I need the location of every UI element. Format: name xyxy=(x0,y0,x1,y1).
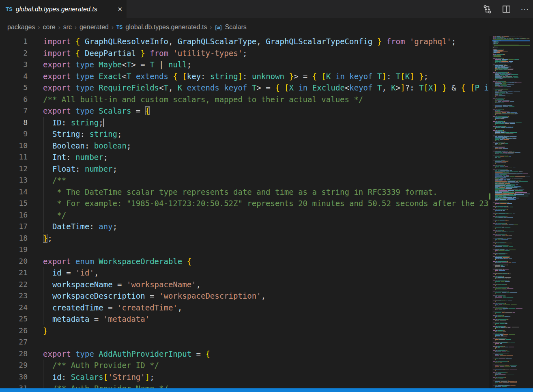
minimap-change-marker xyxy=(489,193,490,200)
code-text: ID: string; xyxy=(43,117,104,129)
line-number: 25 xyxy=(0,313,28,325)
line-number: 18 xyxy=(0,233,28,244)
code-text: } xyxy=(43,325,47,337)
code-line[interactable]: 13 /** xyxy=(0,174,491,186)
line-number: 4 xyxy=(0,71,28,82)
symbol-variable-icon xyxy=(215,24,222,32)
line-number: 11 xyxy=(0,151,28,163)
code-line[interactable]: 5export type RequireFields<T, K extends … xyxy=(0,82,491,94)
line-number: 24 xyxy=(0,302,28,314)
tab-title: global.db.types.generated.ts xyxy=(16,6,114,13)
code-text: id: Scalars['String']; xyxy=(43,371,155,383)
line-number: 10 xyxy=(0,140,28,152)
line-number: 28 xyxy=(0,348,28,360)
code-line[interactable]: 11 Int: number; xyxy=(0,151,491,163)
code-text: workspaceName = 'workspaceName', xyxy=(43,279,201,291)
code-text: /** All built-in and custom scalars, map… xyxy=(43,94,363,106)
code-text: export type Scalars = { xyxy=(43,105,150,117)
chevron-right-icon: › xyxy=(112,24,114,30)
breadcrumb-symbol-scalars[interactable]: Scalars xyxy=(225,24,246,31)
minimap[interactable] xyxy=(492,36,530,388)
code-text: export type Exact<T extends { [key: stri… xyxy=(43,71,428,82)
line-number: 22 xyxy=(0,279,28,291)
line-number: 26 xyxy=(0,325,28,337)
code-text: createdTime = 'createdTime', xyxy=(43,302,182,314)
line-number: 15 xyxy=(0,198,28,209)
code-text: * The DateTime scalar type represents da… xyxy=(43,186,437,198)
code-text: String: string; xyxy=(43,128,122,140)
code-line[interactable]: 21 id = 'id', xyxy=(0,267,491,279)
status-bar[interactable] xyxy=(0,388,533,392)
code-line[interactable]: 31 /** Auth Provider Name */ xyxy=(0,383,491,389)
line-number: 16 xyxy=(0,209,28,221)
code-text: import { DeepPartial } from 'utility-typ… xyxy=(43,47,247,59)
line-number: 17 xyxy=(0,221,28,233)
code-line[interactable]: 6/** All built-in and custom scalars, ma… xyxy=(0,94,491,106)
breadcrumb-file[interactable]: global.db.types.generated.ts xyxy=(125,24,207,31)
code-line[interactable]: 25 metadata = 'metadata' xyxy=(0,313,491,325)
code-line[interactable]: 30 id: Scalars['String']; xyxy=(0,371,491,383)
code-line[interactable]: 15 * For example: "1985-04-12T23:20:50.5… xyxy=(0,198,491,209)
code-line[interactable]: 19 xyxy=(0,244,491,256)
code-line[interactable]: 24 createdTime = 'createdTime', xyxy=(0,302,491,314)
code-text: import { GraphQLResolveInfo, GraphQLScal… xyxy=(43,36,456,47)
line-number: 14 xyxy=(0,186,28,198)
tab-bar: TS global.db.types.generated.ts ✕ xyxy=(0,0,533,18)
code-line[interactable]: 18}; xyxy=(0,233,491,244)
breadcrumb-folder-packages[interactable]: packages xyxy=(7,24,35,31)
more-actions-icon[interactable]: ⋯ xyxy=(520,4,530,14)
code-text: /** xyxy=(43,174,66,186)
code-line[interactable]: 29 /** Auth Provider ID */ xyxy=(0,360,491,371)
close-tab-icon[interactable]: ✕ xyxy=(117,6,123,13)
code-line[interactable]: 10 Boolean: boolean; xyxy=(0,140,491,152)
code-line[interactable]: 22 workspaceName = 'workspaceName', xyxy=(0,279,491,291)
code-line[interactable]: 14 * The DateTime scalar type represents… xyxy=(0,186,491,198)
line-number: 2 xyxy=(0,47,28,59)
code-line[interactable]: 20export enum WorkspaceOrderable { xyxy=(0,256,491,267)
code-line[interactable]: 16 */ xyxy=(0,209,491,221)
code-line[interactable]: 7export type Scalars = { xyxy=(0,105,491,117)
line-number: 12 xyxy=(0,163,28,175)
editor-tab[interactable]: TS global.db.types.generated.ts ✕ xyxy=(0,0,127,18)
code-line[interactable]: 3export type Maybe<T> = T | null; xyxy=(0,59,491,71)
code-editor[interactable]: 1import { GraphQLResolveInfo, GraphQLSca… xyxy=(0,36,491,389)
code-text: export type RequireFields<T, K extends k… xyxy=(43,82,491,94)
code-text: Int: number; xyxy=(43,151,108,163)
line-number: 9 xyxy=(0,128,28,140)
vscode-window: TS global.db.types.generated.ts ✕ xyxy=(0,0,533,392)
code-line[interactable]: 28export type AddAuthProviderInput = { xyxy=(0,348,491,360)
breadcrumb: packages › core › src › generated › TS g… xyxy=(0,18,533,36)
code-line[interactable]: 17 DateTime: any; xyxy=(0,221,491,233)
line-number: 27 xyxy=(0,336,28,348)
code-line[interactable]: 1import { GraphQLResolveInfo, GraphQLSca… xyxy=(0,36,491,47)
line-number: 23 xyxy=(0,290,28,302)
code-line[interactable]: 12 Float: number; xyxy=(0,163,491,175)
code-line[interactable]: 23 workspaceDescription = 'workspaceDesc… xyxy=(0,290,491,302)
split-editor-icon[interactable] xyxy=(501,4,511,14)
code-text: export type AddAuthProviderInput = { xyxy=(43,348,210,360)
typescript-file-icon: TS xyxy=(116,24,123,30)
line-number: 7 xyxy=(0,105,28,117)
breadcrumb-folder-core[interactable]: core xyxy=(43,24,56,31)
code-text: export type Maybe<T> = T | null; xyxy=(43,59,191,71)
code-line[interactable]: 2import { DeepPartial } from 'utility-ty… xyxy=(0,47,491,59)
code-line[interactable]: 8 ID: string; xyxy=(0,117,491,129)
line-number: 3 xyxy=(0,59,28,71)
code-line[interactable]: 27 xyxy=(0,336,491,348)
breadcrumb-folder-src[interactable]: src xyxy=(63,24,72,31)
line-number: 6 xyxy=(0,94,28,106)
code-text: /** Auth Provider Name */ xyxy=(43,383,168,389)
code-line[interactable]: 4export type Exact<T extends { [key: str… xyxy=(0,71,491,82)
editor-actions: ⋯ xyxy=(483,0,530,18)
code-line[interactable]: 26} xyxy=(0,325,491,337)
chevron-right-icon: › xyxy=(58,24,60,30)
code-text: export enum WorkspaceOrderable { xyxy=(43,256,191,267)
breadcrumb-folder-generated[interactable]: generated xyxy=(80,24,109,31)
line-number: 20 xyxy=(0,256,28,267)
code-text: }; xyxy=(43,233,52,244)
line-number: 31 xyxy=(0,383,28,389)
open-changes-icon[interactable] xyxy=(483,4,492,14)
code-line[interactable]: 9 String: string; xyxy=(0,128,491,140)
line-number: 19 xyxy=(0,244,28,256)
code-lines: 1import { GraphQLResolveInfo, GraphQLSca… xyxy=(0,36,491,389)
